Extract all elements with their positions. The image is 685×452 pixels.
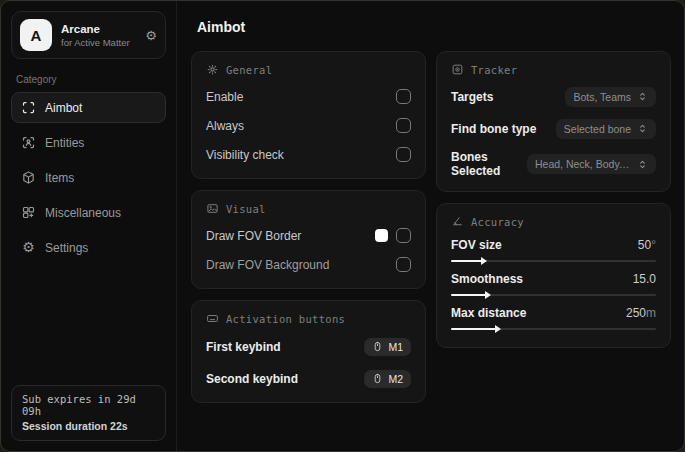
slider-max-distance: Max distance 250m xyxy=(451,306,656,330)
find-bone-type-dropdown[interactable]: Selected bone xyxy=(556,119,656,139)
setting-label: Bones Selected xyxy=(451,150,527,178)
targets-dropdown[interactable]: Bots, Teams xyxy=(565,87,656,107)
accuracy-card: Accuracy FOV size 50° Smoothness xyxy=(436,203,671,348)
setting-label: Targets xyxy=(451,90,493,104)
sidebar: A Arcane for Active Matter ⚙ Category Ai… xyxy=(1,1,177,451)
setting-label: Visibility check xyxy=(206,148,284,162)
general-card-header: General xyxy=(206,63,411,76)
setting-label: Enable xyxy=(206,90,243,104)
cube-icon xyxy=(21,170,36,185)
first-keybind-button[interactable]: M1 xyxy=(364,338,411,356)
smoothness-slider[interactable] xyxy=(451,294,656,296)
setting-row-targets: Targets Bots, Teams xyxy=(451,86,656,107)
sun-icon xyxy=(206,63,219,76)
visual-card-header: Visual xyxy=(206,202,411,215)
main-content: Aimbot General Enable xyxy=(178,1,684,451)
setting-label: Draw FOV Border xyxy=(206,229,301,243)
activation-card-header: Activation buttons xyxy=(206,312,411,325)
fov-size-slider[interactable] xyxy=(451,260,656,262)
grid-icon xyxy=(21,205,36,220)
slider-value: 15.0 xyxy=(633,272,656,286)
activation-card: Activation buttons First keybind M1 Seco… xyxy=(191,300,426,403)
sidebar-item-label: Items xyxy=(45,171,74,185)
setting-row-first-keybind: First keybind M1 xyxy=(206,336,411,357)
tracker-card-header: Tracker xyxy=(451,63,656,76)
draw-fov-background-checkbox[interactable] xyxy=(396,257,411,272)
brand-logo: A xyxy=(20,19,52,51)
mouse-icon xyxy=(372,341,383,352)
slider-thumb[interactable] xyxy=(481,257,487,265)
sidebar-item-items[interactable]: Items xyxy=(11,162,166,193)
brand-card: A Arcane for Active Matter ⚙ xyxy=(11,11,166,59)
setting-label: First keybind xyxy=(206,340,281,354)
sidebar-item-aimbot[interactable]: Aimbot xyxy=(11,92,166,123)
mouse-icon xyxy=(372,373,383,384)
sidebar-item-entities[interactable]: Entities xyxy=(11,127,166,158)
visibility-check-checkbox[interactable] xyxy=(396,147,411,162)
subscription-card: Sub expires in 29d 09h Session duration … xyxy=(11,385,166,441)
slider-thumb[interactable] xyxy=(495,325,501,333)
sidebar-item-miscellaneous[interactable]: Miscellaneous xyxy=(11,197,166,228)
unfold-icon xyxy=(637,123,648,134)
setting-row-second-keybind: Second keybind M2 xyxy=(206,368,411,389)
setting-row-draw-fov-border: Draw FOV Border xyxy=(206,225,411,246)
setting-label: Always xyxy=(206,119,244,133)
brand-initial: A xyxy=(31,27,42,44)
left-column: General Enable Always Visibility check xyxy=(191,51,426,414)
setting-row-find-bone-type: Find bone type Selected bone xyxy=(451,118,656,139)
scan-icon xyxy=(21,100,36,115)
setting-row-bones-selected: Bones Selected Head, Neck, Body, Pe… xyxy=(451,150,656,178)
unfold-icon xyxy=(637,91,648,102)
keyboard-icon xyxy=(206,312,219,325)
sub-expiry-text: Sub expires in 29d 09h xyxy=(22,393,155,417)
slider-label: Smoothness xyxy=(451,272,523,286)
sidebar-item-label: Miscellaneous xyxy=(45,206,121,220)
category-label: Category xyxy=(16,74,161,85)
setting-row-draw-fov-background: Draw FOV Background xyxy=(206,254,411,275)
setting-label: Draw FOV Background xyxy=(206,258,329,272)
second-keybind-button[interactable]: M2 xyxy=(364,370,411,388)
right-column: Tracker Targets Bots, Teams Find bone ty… xyxy=(436,51,671,414)
draw-fov-border-checkbox[interactable] xyxy=(396,228,411,243)
tracker-card: Tracker Targets Bots, Teams Find bone ty… xyxy=(436,51,671,192)
slider-value: 50° xyxy=(638,238,656,252)
person-scan-icon xyxy=(21,135,36,150)
brand-subtitle: for Active Matter xyxy=(61,37,136,48)
target-icon xyxy=(451,63,464,76)
slider-smoothness: Smoothness 15.0 xyxy=(451,272,656,296)
fov-border-color-swatch[interactable] xyxy=(375,229,388,242)
setting-label: Second keybind xyxy=(206,372,298,386)
enable-checkbox[interactable] xyxy=(396,89,411,104)
brand-name: Arcane xyxy=(61,23,136,35)
general-card: General Enable Always Visibility check xyxy=(191,51,426,179)
app-window: A Arcane for Active Matter ⚙ Category Ai… xyxy=(0,0,685,452)
sidebar-item-settings[interactable]: ⚙ Settings xyxy=(11,232,166,263)
slider-fov-size: FOV size 50° xyxy=(451,238,656,262)
angle-icon xyxy=(451,215,464,228)
slider-thumb[interactable] xyxy=(485,291,491,299)
visual-card: Visual Draw FOV Border Draw FOV Backgrou… xyxy=(191,190,426,289)
max-distance-slider[interactable] xyxy=(451,328,656,330)
slider-value: 250m xyxy=(626,306,656,320)
slider-label: Max distance xyxy=(451,306,526,320)
sidebar-item-label: Aimbot xyxy=(45,101,82,115)
sidebar-item-label: Settings xyxy=(45,241,88,255)
unfold-icon xyxy=(637,159,648,170)
image-icon xyxy=(206,202,219,215)
setting-row-always: Always xyxy=(206,115,411,136)
session-duration-text: Session duration 22s xyxy=(22,420,155,432)
brand-text: Arcane for Active Matter xyxy=(61,23,136,48)
setting-row-visibility-check: Visibility check xyxy=(206,144,411,165)
gear-icon[interactable]: ⚙ xyxy=(145,28,157,43)
page-title: Aimbot xyxy=(197,19,671,35)
sidebar-item-label: Entities xyxy=(45,136,84,150)
setting-label: Find bone type xyxy=(451,122,536,136)
slider-label: FOV size xyxy=(451,238,502,252)
always-checkbox[interactable] xyxy=(396,118,411,133)
gear-icon: ⚙ xyxy=(21,240,36,255)
bones-selected-dropdown[interactable]: Head, Neck, Body, Pe… xyxy=(527,154,656,174)
accuracy-card-header: Accuracy xyxy=(451,215,656,228)
setting-row-enable: Enable xyxy=(206,86,411,107)
